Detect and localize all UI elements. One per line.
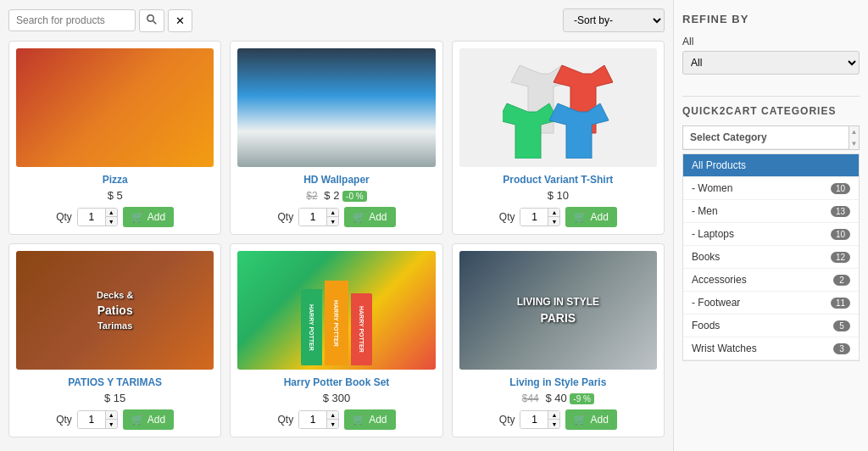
- discount-badge: -0 %: [342, 191, 367, 202]
- search-button[interactable]: [139, 9, 164, 32]
- add-button-paris[interactable]: 🛒 Add: [565, 409, 616, 430]
- qty-wrapper-pizza: ▲ ▼: [77, 208, 118, 226]
- filter-label: All: [682, 36, 860, 47]
- cart-icon: 🛒: [131, 414, 144, 426]
- qty-up-hd-wallpaper[interactable]: ▲: [326, 209, 338, 217]
- category-item-wrist-watches[interactable]: Wrist Watches 3: [683, 337, 859, 360]
- sidebar-divider: [682, 96, 860, 97]
- product-actions-pizza: Qty ▲ ▼ 🛒 Add: [56, 207, 174, 227]
- product-price-patios: $ 15: [104, 392, 125, 404]
- category-badge: 13: [831, 206, 850, 217]
- category-item-accessories[interactable]: Accessories 2: [683, 269, 859, 292]
- qty-up-tshirt[interactable]: ▲: [548, 209, 559, 217]
- qty-down-patios[interactable]: ▼: [105, 420, 117, 428]
- qty-input-patios[interactable]: [78, 411, 105, 428]
- product-price-hd-wallpaper: $2 $ 2 -0 %: [306, 189, 366, 202]
- add-button-pizza[interactable]: 🛒 Add: [123, 207, 174, 227]
- product-name-paris[interactable]: Living in Style Paris: [509, 376, 606, 388]
- price-current: $ 300: [323, 392, 351, 404]
- qty-controls-tshirt: ▲ ▼: [548, 209, 559, 226]
- product-image-patios: Decks & Patios Tarimas: [16, 251, 214, 370]
- product-card-patios: Decks & Patios Tarimas PATIOS Y TARIMAS …: [8, 243, 221, 437]
- qty-input-harry-potter[interactable]: [299, 411, 326, 428]
- qty-input-tshirt[interactable]: [520, 209, 548, 226]
- price-current: $ 15: [104, 392, 125, 404]
- qty-label: Qty: [277, 414, 293, 426]
- discount-badge: -9 %: [570, 393, 594, 404]
- qty-wrapper-patios: ▲ ▼: [77, 410, 118, 429]
- qty-label: Qty: [56, 414, 72, 426]
- product-card-tshirt: Product Variant T-Shirt $ 10 Qty ▲ ▼ 🛒: [452, 41, 665, 235]
- search-input[interactable]: [8, 9, 136, 31]
- category-item-footwear[interactable]: - Footwear 11: [683, 292, 859, 315]
- category-item-men[interactable]: - Men 13: [683, 200, 859, 223]
- product-name-patios[interactable]: PATIOS Y TARIMAS: [68, 376, 162, 388]
- add-button-hd-wallpaper[interactable]: 🛒 Add: [344, 207, 395, 227]
- filter-select[interactable]: All: [682, 51, 860, 75]
- qty-label: Qty: [56, 211, 72, 223]
- product-name-hd-wallpaper[interactable]: HD Wallpaper: [303, 174, 370, 186]
- cart-icon: 🛒: [353, 211, 365, 223]
- product-price-paris: $44 $ 40 -9 %: [522, 392, 594, 404]
- svg-marker-5: [549, 103, 609, 159]
- add-button-harry-potter[interactable]: 🛒 Add: [344, 409, 395, 430]
- scroll-down-icon[interactable]: ▼: [849, 140, 859, 148]
- product-price-pizza: $ 5: [108, 189, 123, 202]
- select-category-label: Select Category: [683, 126, 859, 149]
- svg-line-1: [153, 20, 157, 24]
- add-button-tshirt[interactable]: 🛒 Add: [565, 207, 616, 227]
- qty-down-hd-wallpaper[interactable]: ▼: [326, 217, 338, 226]
- search-clear-button[interactable]: ✕: [168, 9, 192, 32]
- product-card-hd-wallpaper: HD Wallpaper $2 $ 2 -0 % Qty ▲ ▼: [230, 41, 442, 235]
- qty-up-paris[interactable]: ▲: [548, 411, 559, 420]
- product-actions-tshirt: Qty ▲ ▼ 🛒 Add: [499, 207, 617, 227]
- price-current: $ 2: [324, 189, 339, 202]
- qty-wrapper-tshirt: ▲ ▼: [520, 208, 560, 226]
- qty-down-pizza[interactable]: ▼: [105, 217, 117, 226]
- product-card-harry-potter: HARRY POTTER HARRY POTTER HARRY POTTER H…: [230, 243, 442, 437]
- qty-down-harry-potter[interactable]: ▼: [326, 420, 338, 428]
- qty-input-paris[interactable]: [520, 411, 548, 428]
- cart-icon: 🛒: [574, 211, 587, 223]
- refine-title: REFINE BY: [682, 13, 860, 25]
- sidebar: REFINE BY All All QUICK2CART CATEGORIES …: [673, 0, 868, 451]
- category-label: Wrist Watches: [692, 342, 757, 354]
- product-actions-patios: Qty ▲ ▼ 🛒 Add: [56, 409, 174, 430]
- qty-label: Qty: [499, 211, 515, 223]
- product-name-harry-potter[interactable]: Harry Potter Book Set: [284, 376, 390, 388]
- category-item-books[interactable]: Books 12: [683, 246, 859, 269]
- category-badge: 10: [831, 229, 850, 240]
- qty-wrapper-paris: ▲ ▼: [520, 410, 560, 429]
- category-badge: 12: [831, 252, 850, 263]
- qty-up-pizza[interactable]: ▲: [105, 209, 117, 217]
- product-image-pizza: [16, 48, 214, 167]
- product-name-tshirt[interactable]: Product Variant T-Shirt: [503, 174, 613, 186]
- category-item-all-products[interactable]: All Products: [683, 154, 859, 177]
- product-price-harry-potter: $ 300: [323, 392, 351, 404]
- product-name-pizza[interactable]: Pizza: [103, 174, 128, 186]
- product-image-tshirt: [459, 48, 657, 167]
- product-actions-paris: Qty ▲ ▼ 🛒 Add: [499, 409, 617, 430]
- category-label: - Women: [692, 182, 732, 194]
- category-label: - Men: [692, 205, 718, 217]
- qty-wrapper-hd-wallpaper: ▲ ▼: [298, 208, 339, 226]
- add-button-patios[interactable]: 🛒 Add: [123, 409, 174, 430]
- qty-down-tshirt[interactable]: ▼: [548, 217, 559, 226]
- category-item-women[interactable]: - Women 10: [683, 177, 859, 200]
- category-label: - Laptops: [692, 228, 734, 240]
- qty-up-harry-potter[interactable]: ▲: [326, 411, 338, 420]
- category-item-foods[interactable]: Foods 5: [683, 315, 859, 337]
- qty-input-hd-wallpaper[interactable]: [299, 209, 326, 226]
- scroll-up-icon[interactable]: ▲: [849, 128, 859, 136]
- qty-up-patios[interactable]: ▲: [105, 411, 117, 420]
- qty-down-paris[interactable]: ▼: [548, 420, 559, 428]
- category-label: Accessories: [692, 274, 747, 286]
- qty-input-pizza[interactable]: [78, 209, 105, 226]
- sort-select[interactable]: -Sort by- Price: Low to High Price: High…: [563, 8, 665, 32]
- qty-controls-patios: ▲ ▼: [105, 411, 117, 428]
- category-label: - Footwear: [692, 297, 740, 309]
- category-item-laptops[interactable]: - Laptops 10: [683, 223, 859, 246]
- category-list: All Products - Women 10 - Men 13 - Lapto…: [682, 153, 860, 361]
- qty-controls-harry-potter: ▲ ▼: [326, 411, 338, 428]
- product-image-paris: LIVING IN STYLE PARIS: [459, 251, 657, 370]
